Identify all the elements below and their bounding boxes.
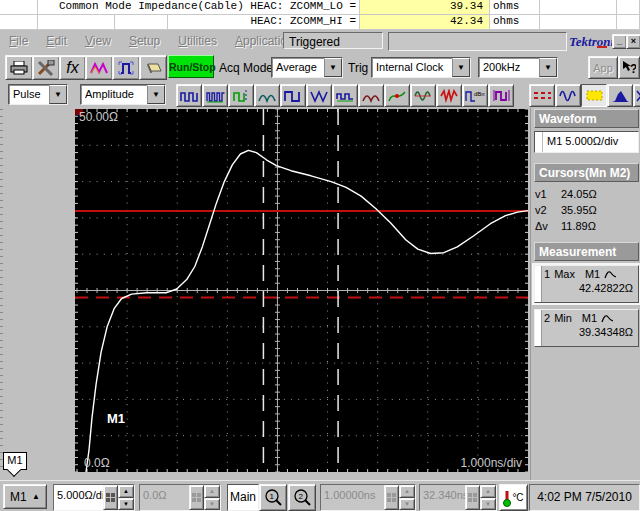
chevron-down-icon[interactable]: ▼: [49, 85, 67, 104]
meas-cycle-button[interactable]: [358, 84, 384, 107]
meas-parameter-select[interactable]: Amplitude ▼: [80, 84, 166, 105]
clear-data-button[interactable]: [139, 55, 167, 80]
histogram-toggle-button[interactable]: [607, 84, 633, 107]
sheet-cell-empty: [540, 15, 617, 30]
horizontal-scale-control: 1.00000ns ▲▼: [320, 484, 416, 511]
measurement-index: 2: [544, 312, 550, 324]
meas-mask-button[interactable]: [436, 84, 462, 107]
magnifier-2-icon: 2: [293, 489, 311, 507]
waveform-database-button[interactable]: [85, 55, 113, 80]
sheet-cell-empty: [617, 0, 640, 15]
histogram-icon: [611, 89, 630, 103]
run-stop-button[interactable]: Run/Stop: [168, 55, 214, 78]
vertical-scale-control[interactable]: 5.000Ω/di ▲▼: [53, 484, 135, 511]
mag2-zoom-button[interactable]: 2: [288, 484, 316, 511]
meas-high-low-button[interactable]: [280, 84, 306, 107]
mag1-zoom-button[interactable]: 1: [259, 484, 287, 511]
graticule-display[interactable]: 50.00Ω 0.0Ω 1.000ns/div M1: [75, 109, 528, 472]
sheet-cell-empty: [0, 0, 38, 15]
meas-parameter-value: Amplitude: [81, 85, 147, 104]
acq-mode-label: Acq Mode: [219, 61, 273, 75]
meas-period-button[interactable]: [228, 84, 254, 107]
eraser-icon: [144, 61, 162, 74]
readout-panel: Waveform M1 5.000Ω/div Cursors(Mn M2) v1…: [530, 108, 640, 480]
chevron-down-icon[interactable]: ▼: [324, 58, 342, 77]
vertical-offset-spinner: ▲▼: [204, 485, 220, 510]
tools-icon: [37, 60, 55, 76]
meas-burst-button[interactable]: [332, 84, 358, 107]
timebase-label: 1.000ns/div: [461, 456, 522, 470]
cursor-dv-value: 11.89Ω: [561, 220, 596, 232]
cursor-dv-label: Δv: [535, 220, 561, 232]
menu-setup[interactable]: Setup: [120, 30, 169, 48]
m1-waveform-marker[interactable]: M1: [3, 452, 29, 480]
chevron-down-icon[interactable]: ▼: [452, 58, 470, 77]
meas-sine-button[interactable]: [410, 84, 436, 107]
menu-edit[interactable]: Edit: [37, 30, 76, 48]
keypad-icon: [387, 493, 396, 502]
keypad-button[interactable]: [103, 485, 118, 510]
waveform-list-item[interactable]: M1 5.000Ω/div: [543, 132, 638, 152]
menu-utilities[interactable]: Utilities: [169, 30, 226, 48]
meas-min-max-button[interactable]: [306, 84, 332, 107]
waveform-list[interactable]: M1 5.000Ω/div: [534, 131, 639, 153]
main-timebase-button[interactable]: Main: [227, 484, 259, 511]
eye-mask-button[interactable]: [633, 84, 640, 107]
chevron-down-icon[interactable]: ▼: [539, 58, 557, 77]
svg-text:dBm: dBm: [474, 91, 485, 97]
measurement-box-max[interactable]: 1Max M1 42.42822Ω: [534, 265, 639, 303]
trigger-rate-select[interactable]: 200kHz ▼: [478, 57, 558, 78]
trigger-source-select[interactable]: Internal Clock ▼: [371, 57, 471, 78]
keypad-icon: [192, 493, 201, 502]
autoset-button[interactable]: [112, 55, 140, 80]
spinner-down-icon[interactable]: ▼: [118, 498, 134, 511]
cursors-toggle-button[interactable]: [529, 84, 555, 107]
meas-rise-time-button[interactable]: [176, 84, 202, 107]
vertical-scale-spinner[interactable]: ▲▼: [118, 485, 134, 510]
spinner-up-icon[interactable]: ▲: [118, 485, 134, 498]
menu-view[interactable]: View: [76, 30, 120, 48]
meas-fall-time-button[interactable]: [202, 84, 228, 107]
fft-toggle-button[interactable]: [555, 84, 581, 107]
minimize-button[interactable]: _: [612, 34, 627, 49]
clock-display: 4:02 PM 7/5/2010: [529, 484, 640, 511]
cursor-row-v1: v1 24.05Ω: [531, 186, 640, 202]
measurement-box-min[interactable]: 2Min M1 39.34348Ω: [534, 309, 639, 347]
graticule-svg: [75, 109, 528, 472]
toolbar-measurements: Pulse ▼ Amplitude ▼ dBm: [0, 81, 640, 108]
waveform-icon: [90, 61, 108, 75]
utilities-button[interactable]: [32, 55, 60, 80]
cursor-v2-value: 35.95Ω: [561, 204, 597, 216]
cursor-v1-label: v1: [535, 188, 561, 200]
close-button[interactable]: ×: [626, 34, 640, 49]
channel-select-button[interactable]: M1 ▲: [3, 484, 47, 509]
context-help-button[interactable]: ?: [618, 56, 640, 79]
dense-pulse-icon: [206, 89, 225, 103]
trace-label-m1: M1: [107, 411, 125, 426]
sheet-label-zcomm-hi: HEAC: ZCOMM_HI =: [168, 15, 360, 30]
vertical-scale-field[interactable]: 5.000Ω/di: [54, 485, 103, 510]
sheet-unit-zcomm-hi: ohms: [490, 15, 540, 30]
svg-text:2: 2: [299, 492, 304, 501]
chevron-down-icon[interactable]: ▼: [147, 85, 165, 104]
meas-amplitude-button[interactable]: [254, 84, 280, 107]
menu-file[interactable]: File: [0, 30, 37, 48]
meas-spline-button[interactable]: [384, 84, 410, 107]
math-fx-button[interactable]: fx: [59, 55, 86, 80]
cursors-panel-header: Cursors(Mn M2): [534, 163, 639, 182]
print-button[interactable]: [5, 55, 33, 80]
measurement-value: 39.34348Ω: [544, 324, 635, 338]
cursor-v1-value: 24.05Ω: [561, 188, 597, 200]
meas-category-select[interactable]: Pulse ▼: [8, 84, 68, 105]
scope-screen: { "window": {"logo": "Tektronix", "minim…: [0, 0, 640, 511]
temperature-compensation-button[interactable]: °C: [499, 484, 528, 511]
bottom-control-bar: M1 ▲ 5.000Ω/di ▲▼ 0.0Ω ▲▼ Main 1 2 1.000…: [0, 480, 640, 511]
acq-mode-select[interactable]: Average ▼: [271, 57, 343, 78]
measurement-name: Max: [554, 268, 575, 280]
meas-jitter-button[interactable]: [488, 84, 514, 107]
chevron-up-icon: ▲: [32, 492, 40, 501]
measurement-panel-header: Measurement: [534, 242, 639, 261]
meas-dbm-button[interactable]: dBm: [462, 84, 488, 107]
status-box-empty: [388, 32, 567, 51]
histogram-window-button-active[interactable]: [581, 84, 607, 107]
